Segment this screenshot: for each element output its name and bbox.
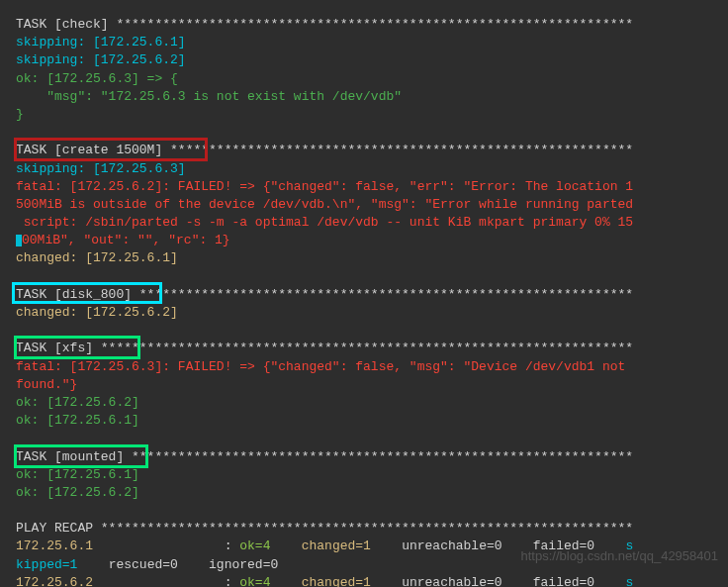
task-create-header: TASK [create 1500M] ********************… [16, 142, 712, 159]
output-line: changed: [172.25.6.1] [16, 249, 712, 267]
output-line: skipping: [172.25.6.2] [16, 51, 712, 69]
output-line: found."} [16, 376, 712, 394]
output-line: skipping: [172.25.6.3] [16, 160, 712, 178]
output-line: skipping: [172.25.6.1] [16, 34, 712, 51]
output-line: ok: [172.25.6.2] [16, 484, 712, 502]
output-line: ok: [172.25.6.3] => { [16, 70, 712, 88]
task-mounted-block: TASK [mounted] *************************… [16, 448, 712, 503]
task-check-block: TASK [check] ***************************… [16, 16, 712, 124]
blank-line [16, 322, 712, 340]
task-check-header: TASK [check] ***************************… [16, 16, 712, 34]
task-mounted-header: TASK [mounted] *************************… [16, 448, 712, 466]
blank-line [16, 430, 712, 447]
recap-row: 172.25.6.2 : ok=4 changed=1 unreachable=… [16, 574, 712, 587]
task-create-block: TASK [create 1500M] ********************… [16, 142, 712, 267]
task-xfs-block: TASK [xfs] *****************************… [16, 340, 712, 430]
output-line: 00MiB", "out": "", "rc": 1} [16, 232, 712, 249]
blank-line [16, 502, 712, 520]
output-line: "msg": "172.25.6.3 is not exist with /de… [16, 88, 712, 106]
play-recap-header: PLAY RECAP *****************************… [16, 520, 712, 538]
output-line: fatal: [172.25.6.3]: FAILED! => {"change… [16, 358, 712, 376]
task-disk800-block: TASK [disk_800] ************************… [16, 286, 712, 322]
output-line: ok: [172.25.6.1] [16, 466, 712, 484]
output-line: changed: [172.25.6.2] [16, 304, 712, 322]
recap-row: 172.25.6.1 : ok=4 changed=1 unreachable=… [16, 538, 712, 555]
output-line: ok: [172.25.6.2] [16, 394, 712, 412]
blank-line [16, 124, 712, 142]
output-line: fatal: [172.25.6.2]: FAILED! => {"change… [16, 178, 712, 196]
output-line: ok: [172.25.6.1] [16, 412, 712, 430]
blank-line [16, 268, 712, 286]
output-line: script: /sbin/parted -s -m -a optimal /d… [16, 214, 712, 232]
output-line: 500MiB is outside of the device /dev/vdb… [16, 196, 712, 214]
play-recap-block: PLAY RECAP *****************************… [16, 520, 712, 587]
task-disk800-header: TASK [disk_800] ************************… [16, 286, 712, 304]
output-line: } [16, 106, 712, 124]
task-xfs-header: TASK [xfs] *****************************… [16, 340, 712, 357]
recap-row: kipped=1 rescued=0 ignored=0 [16, 556, 712, 574]
